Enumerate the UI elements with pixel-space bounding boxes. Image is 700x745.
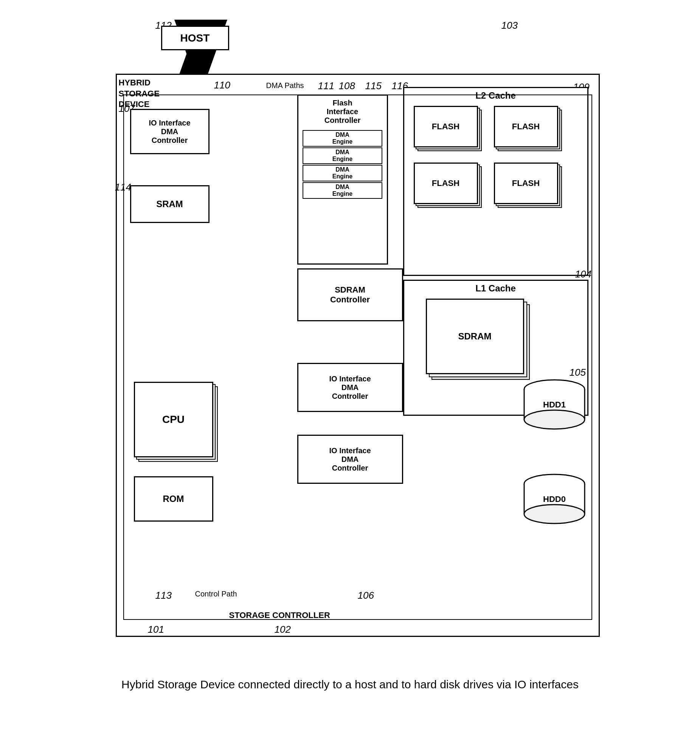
svg-text:HDD0: HDD0 xyxy=(543,494,566,504)
svg-point-56 xyxy=(524,505,585,524)
diagram-area: 112 HOST 103 HYBRIDSTORAGEDEVICE 110 107… xyxy=(85,8,615,669)
caption: Hybrid Storage Device connected directly… xyxy=(121,677,579,692)
label-101: 101 xyxy=(148,624,164,635)
label-102: 102 xyxy=(275,624,291,635)
storage-controller-label: STORAGE CONTROLLER xyxy=(229,610,330,620)
page-container: 112 HOST 103 HYBRIDSTORAGEDEVICE 110 107… xyxy=(48,8,653,692)
label-108: 108 xyxy=(339,80,355,92)
label-111: 111 xyxy=(318,80,334,92)
hdd0-container: HDD0 xyxy=(517,472,592,533)
storage-controller-box xyxy=(123,94,592,620)
host-box: HOST xyxy=(161,26,229,50)
control-path-label: Control Path xyxy=(195,590,237,598)
svg-text:HDD1: HDD1 xyxy=(543,400,566,409)
svg-point-50 xyxy=(524,410,585,429)
hdd1-container: HDD1 xyxy=(517,378,592,438)
label-115: 115 xyxy=(365,80,382,92)
label-106: 106 xyxy=(358,590,374,601)
label-103: 103 xyxy=(501,20,518,31)
label-105: 105 xyxy=(570,367,586,378)
label-110: 110 xyxy=(214,79,230,91)
dma-paths-label: DMA Paths xyxy=(266,81,304,90)
label-113: 113 xyxy=(155,590,172,601)
